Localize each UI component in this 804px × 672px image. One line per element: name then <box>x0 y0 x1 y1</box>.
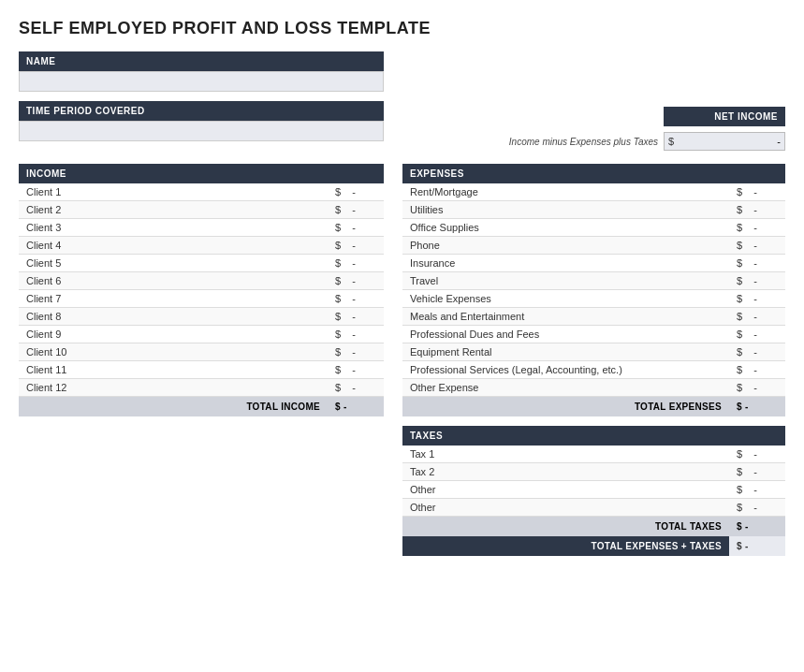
expenses-section: EXPENSES Rent/Mortgage $ - Utilities $ -… <box>402 164 785 416</box>
income-row: Client 5 $ - <box>19 255 384 272</box>
total-taxes-value: $ - <box>729 517 785 537</box>
taxes-row-value: $ - <box>729 446 785 463</box>
expenses-row: Insurance $ - <box>402 255 785 272</box>
total-expenses-taxes-value: $ - <box>729 536 785 556</box>
expenses-row-value: $ - <box>729 237 785 255</box>
income-row: Client 4 $ - <box>19 237 384 255</box>
taxes-row-value: $ - <box>729 481 785 499</box>
taxes-row: Other $ - <box>402 499 785 517</box>
income-row-label: Client 1 <box>19 183 328 201</box>
income-row: Client 3 $ - <box>19 219 384 237</box>
income-row-value: $ - <box>328 308 384 326</box>
taxes-header: TAXES <box>402 426 785 446</box>
expenses-row-value: $ - <box>729 183 785 201</box>
net-income-value: $ - <box>664 132 785 151</box>
name-input[interactable] <box>19 71 384 92</box>
expenses-row-value: $ - <box>729 219 785 237</box>
expenses-row-value: $ - <box>729 255 785 272</box>
total-income-label: TOTAL INCOME <box>19 397 328 417</box>
expenses-row-value: $ - <box>729 308 785 326</box>
income-row-label: Client 9 <box>19 326 328 343</box>
net-income-header: NET INCOME <box>664 107 785 126</box>
expenses-row-label: Other Expense <box>402 379 729 397</box>
expenses-row-label: Travel <box>402 272 729 290</box>
income-row-label: Client 10 <box>19 343 328 361</box>
expenses-row: Vehicle Expenses $ - <box>402 290 785 308</box>
taxes-row-value: $ - <box>729 499 785 517</box>
expenses-row-label: Meals and Entertainment <box>402 308 729 326</box>
expenses-row: Phone $ - <box>402 237 785 255</box>
expenses-row-label: Rent/Mortgage <box>402 183 729 201</box>
income-row-value: $ - <box>328 255 384 272</box>
income-row-label: Client 11 <box>19 361 328 379</box>
income-row-value: $ - <box>328 379 384 397</box>
expenses-row: Other Expense $ - <box>402 379 785 397</box>
total-expenses-taxes-label: TOTAL EXPENSES + TAXES <box>402 536 729 556</box>
income-row: Client 1 $ - <box>19 183 384 201</box>
page-title: SELF EMPLOYED PROFIT AND LOSS TEMPLATE <box>19 19 785 38</box>
expenses-row-value: $ - <box>729 379 785 397</box>
expenses-row-label: Professional Services (Legal, Accounting… <box>402 361 729 379</box>
expenses-row-label: Utilities <box>402 201 729 219</box>
expenses-row: Professional Services (Legal, Accounting… <box>402 361 785 379</box>
taxes-row-label: Tax 1 <box>402 446 729 463</box>
income-row: Client 10 $ - <box>19 343 384 361</box>
expenses-row-label: Phone <box>402 237 729 255</box>
expenses-row-value: $ - <box>729 343 785 361</box>
expenses-row: Professional Dues and Fees $ - <box>402 326 785 343</box>
taxes-row: Tax 2 $ - <box>402 463 785 481</box>
income-row-label: Client 4 <box>19 237 328 255</box>
income-row: Client 11 $ - <box>19 361 384 379</box>
income-row: Client 8 $ - <box>19 308 384 326</box>
expenses-header-row: EXPENSES <box>402 164 785 183</box>
expenses-header: EXPENSES <box>402 164 785 183</box>
taxes-row-value: $ - <box>729 463 785 481</box>
total-taxes-label: TOTAL TAXES <box>402 517 729 537</box>
income-row-value: $ - <box>328 343 384 361</box>
name-label: NAME <box>19 51 384 71</box>
expenses-row: Meals and Entertainment $ - <box>402 308 785 326</box>
total-expenses-row: TOTAL EXPENSES $ - <box>402 397 785 417</box>
taxes-section: TAXES Tax 1 $ - Tax 2 $ - Other $ - Othe… <box>402 426 785 556</box>
taxes-row-label: Other <box>402 481 729 499</box>
total-expenses-value: $ - <box>729 397 785 417</box>
expenses-row-value: $ - <box>729 201 785 219</box>
income-row-label: Client 7 <box>19 290 328 308</box>
income-row: Client 12 $ - <box>19 379 384 397</box>
income-row-label: Client 2 <box>19 201 328 219</box>
expenses-row-label: Insurance <box>402 255 729 272</box>
income-row-value: $ - <box>328 219 384 237</box>
total-expenses-label: TOTAL EXPENSES <box>402 397 729 417</box>
net-income-amount: - <box>678 136 781 147</box>
total-taxes-row: TOTAL TAXES $ - <box>402 517 785 537</box>
expenses-row-label: Equipment Rental <box>402 343 729 361</box>
expenses-row-label: Office Supplies <box>402 219 729 237</box>
expenses-row-label: Vehicle Expenses <box>402 290 729 308</box>
right-main-section: EXPENSES Rent/Mortgage $ - Utilities $ -… <box>402 164 785 556</box>
expenses-row-value: $ - <box>729 290 785 308</box>
income-header: INCOME <box>19 164 384 183</box>
expenses-row-value: $ - <box>729 272 785 290</box>
total-income-value: $ - <box>328 397 384 417</box>
taxes-row-label: Other <box>402 499 729 517</box>
income-row-label: Client 3 <box>19 219 328 237</box>
total-expenses-taxes-row: TOTAL EXPENSES + TAXES $ - <box>402 536 785 556</box>
income-row: Client 9 $ - <box>19 326 384 343</box>
income-row-value: $ - <box>328 272 384 290</box>
income-header-row: INCOME <box>19 164 384 183</box>
taxes-header-row: TAXES <box>402 426 785 446</box>
income-row: Client 2 $ - <box>19 201 384 219</box>
taxes-row: Other $ - <box>402 481 785 499</box>
expenses-row: Utilities $ - <box>402 201 785 219</box>
income-row-value: $ - <box>328 326 384 343</box>
income-row-value: $ - <box>328 290 384 308</box>
income-row-label: Client 12 <box>19 379 328 397</box>
income-row-label: Client 5 <box>19 255 328 272</box>
time-period-label: TIME PERIOD COVERED <box>19 101 384 121</box>
income-row: Client 7 $ - <box>19 290 384 308</box>
time-period-input[interactable] <box>19 121 384 141</box>
income-section: INCOME Client 1 $ - Client 2 $ - Client … <box>19 164 384 416</box>
total-income-row: TOTAL INCOME $ - <box>19 397 384 417</box>
expenses-row-value: $ - <box>729 361 785 379</box>
expenses-row-value: $ - <box>729 326 785 343</box>
